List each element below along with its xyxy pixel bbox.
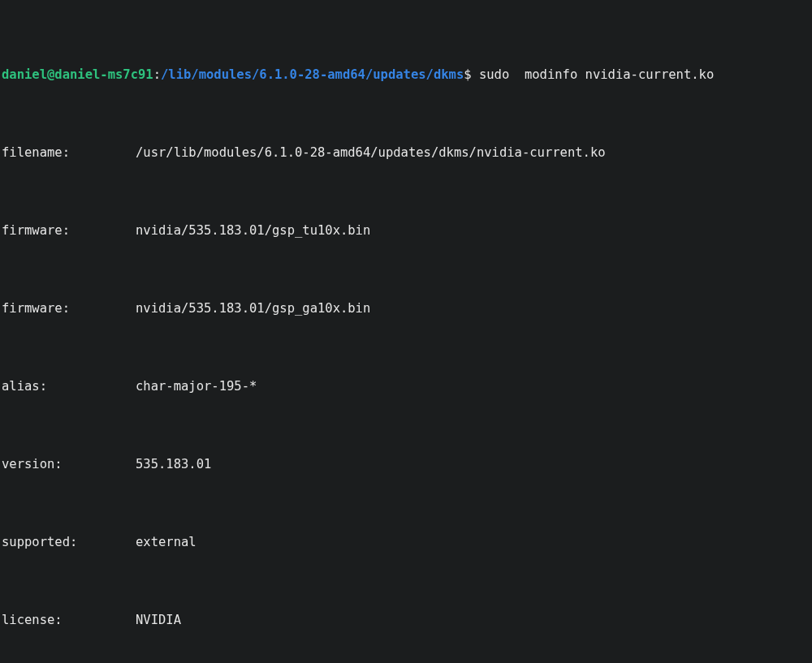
prompt-user: daniel@daniel-ms7c91: [2, 65, 153, 84]
value-version: 535.183.01: [136, 454, 211, 474]
label-supported: supported:: [2, 532, 136, 552]
label-filename: filename:: [2, 143, 136, 162]
value-license: NVIDIA: [136, 610, 181, 630]
field-alias: alias: char-major-195-*: [2, 377, 810, 396]
prompt-line: daniel@daniel-ms7c91 : /lib/modules/6.1.…: [2, 65, 810, 84]
field-filename: filename: /usr/lib/modules/6.1.0-28-amd6…: [2, 143, 810, 162]
prompt-path: /lib/modules/6.1.0-28-amd64/updates/dkms: [161, 65, 464, 84]
field-supported: supported: external: [2, 532, 810, 552]
label-license: license:: [2, 610, 136, 630]
field-license: license: NVIDIA: [2, 610, 810, 630]
field-firmware: firmware: nvidia/535.183.01/gsp_ga10x.bi…: [2, 299, 810, 318]
value-alias: char-major-195-*: [136, 377, 257, 396]
label-alias: alias:: [2, 377, 136, 396]
value-firmware: nvidia/535.183.01/gsp_ga10x.bin: [136, 299, 370, 318]
label-firmware: firmware:: [2, 299, 136, 318]
value-filename: /usr/lib/modules/6.1.0-28-amd64/updates/…: [136, 143, 606, 162]
field-firmware: firmware: nvidia/535.183.01/gsp_tu10x.bi…: [2, 221, 810, 240]
label-version: version:: [2, 454, 136, 474]
terminal[interactable]: daniel@daniel-ms7c91 : /lib/modules/6.1.…: [0, 0, 812, 663]
value-firmware: nvidia/535.183.01/gsp_tu10x.bin: [136, 221, 370, 240]
value-supported: external: [136, 532, 197, 552]
label-firmware: firmware:: [2, 221, 136, 240]
prompt-sep: :: [153, 65, 161, 84]
command: sudo modinfo nvidia-current.ko: [479, 65, 714, 84]
field-version: version: 535.183.01: [2, 454, 810, 474]
prompt-dollar: $: [464, 65, 479, 84]
